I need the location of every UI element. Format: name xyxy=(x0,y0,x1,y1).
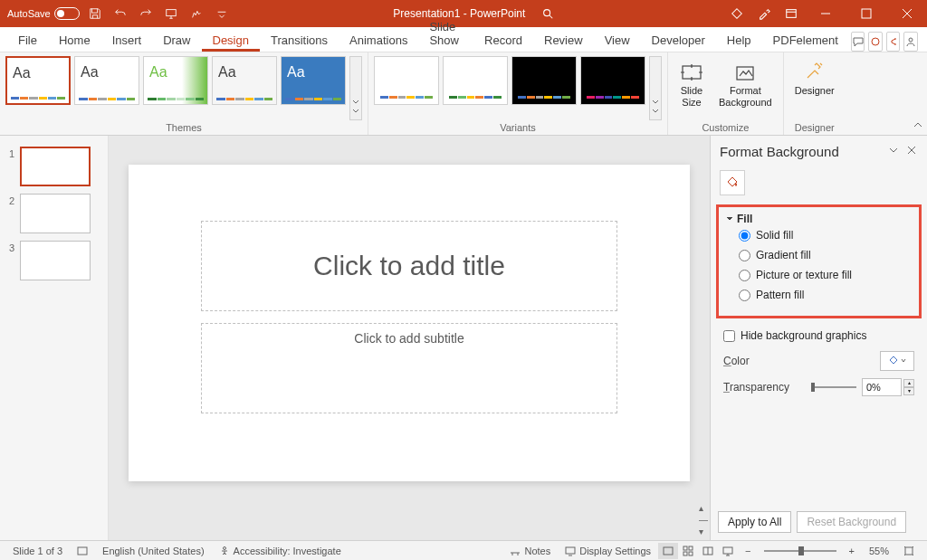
svg-rect-15 xyxy=(689,552,693,555)
ribbon-body: Aa Aa Aa Aa Aa Themes Variants Slide Siz… xyxy=(0,52,927,136)
svg-rect-0 xyxy=(166,10,176,16)
tab-transitions[interactable]: Transitions xyxy=(260,29,339,52)
qat-more-icon[interactable] xyxy=(215,6,229,21)
undo-icon[interactable] xyxy=(113,6,128,21)
radio-pattern-fill[interactable]: Pattern fill xyxy=(726,285,912,305)
tab-file[interactable]: File xyxy=(7,29,48,52)
zoom-in-button[interactable]: + xyxy=(842,546,862,556)
color-picker-button[interactable] xyxy=(880,351,914,371)
variant-thumb-2[interactable] xyxy=(443,56,508,105)
variant-thumb-3[interactable] xyxy=(511,56,577,105)
title-placeholder[interactable]: Click to add title xyxy=(201,221,617,311)
transparency-spinner[interactable]: ▴▾ xyxy=(903,379,914,395)
comments-button[interactable] xyxy=(851,32,865,52)
tab-pdfelement[interactable]: PDFelement xyxy=(762,29,849,52)
display-settings-button[interactable]: Display Settings xyxy=(558,546,658,556)
notes-button[interactable]: Notes xyxy=(502,546,558,556)
tab-record[interactable]: Record xyxy=(473,29,533,52)
spellcheck-icon[interactable] xyxy=(70,546,95,556)
fit-to-window-button[interactable] xyxy=(896,546,922,556)
diamond-icon[interactable] xyxy=(723,0,750,27)
save-icon[interactable] xyxy=(88,6,102,21)
tab-developer[interactable]: Developer xyxy=(641,29,716,52)
apply-to-all-button[interactable]: Apply to All xyxy=(718,511,791,533)
hide-graphics-checkbox[interactable]: Hide background graphics xyxy=(711,324,927,347)
svg-point-1 xyxy=(544,10,550,16)
present-icon[interactable] xyxy=(164,6,178,21)
tab-insert[interactable]: Insert xyxy=(101,29,153,52)
language-status[interactable]: English (United States) xyxy=(95,546,212,556)
zoom-out-button[interactable]: − xyxy=(738,546,758,556)
format-background-button[interactable]: Format Background xyxy=(713,56,778,112)
touch-icon[interactable] xyxy=(189,6,204,21)
svg-point-5 xyxy=(909,38,913,42)
slide-counter[interactable]: Slide 1 of 3 xyxy=(5,546,70,556)
slide-thumbnail-2[interactable] xyxy=(20,194,91,233)
account-button[interactable] xyxy=(903,32,918,52)
zoom-slider[interactable] xyxy=(764,550,836,552)
tab-draw[interactable]: Draw xyxy=(152,29,201,52)
variant-thumb-1[interactable] xyxy=(374,56,439,105)
theme-thumb-4[interactable]: Aa xyxy=(212,56,277,105)
tab-animations[interactable]: Animations xyxy=(339,29,418,52)
theme-thumb-3[interactable]: Aa xyxy=(143,56,208,105)
reset-background-button: Reset Background xyxy=(797,511,906,533)
slide-thumbnails-pane: 1 2 3 xyxy=(0,136,109,540)
themes-more-button[interactable] xyxy=(349,56,362,120)
normal-view-button[interactable] xyxy=(658,543,678,559)
slide-thumbnail-3[interactable] xyxy=(20,241,91,280)
maximize-button[interactable] xyxy=(846,0,886,27)
tab-slideshow[interactable]: Slide Show xyxy=(418,15,473,52)
theme-thumb-5[interactable]: Aa xyxy=(281,56,346,105)
minimize-button[interactable] xyxy=(805,0,846,27)
pane-close-button[interactable] xyxy=(905,143,918,159)
svg-rect-18 xyxy=(905,547,913,555)
fill-section-header[interactable]: Fill xyxy=(726,213,912,225)
sorter-view-button[interactable] xyxy=(678,543,698,559)
tab-home[interactable]: Home xyxy=(48,29,101,52)
reading-view-button[interactable] xyxy=(698,543,718,559)
tab-help[interactable]: Help xyxy=(716,29,762,52)
transparency-input[interactable]: 0% xyxy=(862,378,902,396)
theme-thumb-1[interactable]: Aa xyxy=(5,56,71,105)
customize-group-label: Customize xyxy=(674,120,778,133)
radio-solid-fill[interactable]: Solid fill xyxy=(726,225,912,245)
next-slide-icon[interactable]: ▾ xyxy=(699,527,708,536)
zoom-level[interactable]: 55% xyxy=(862,546,896,556)
variant-thumb-4[interactable] xyxy=(580,56,645,105)
designer-group-label: Designer xyxy=(789,120,840,133)
designer-button[interactable]: Designer xyxy=(789,56,840,100)
tab-view[interactable]: View xyxy=(594,29,641,52)
slide-canvas[interactable]: Click to add title Click to add subtitle xyxy=(129,165,690,481)
theme-thumb-2[interactable]: Aa xyxy=(74,56,139,105)
slideshow-view-button[interactable] xyxy=(718,543,738,559)
fill-tab-icon[interactable] xyxy=(720,170,745,195)
record-button[interactable] xyxy=(868,32,883,52)
slide-size-button[interactable]: Slide Size xyxy=(674,56,710,112)
radio-picture-fill[interactable]: Picture or texture fill xyxy=(726,265,912,285)
svg-rect-13 xyxy=(689,546,693,550)
transparency-slider[interactable] xyxy=(811,386,856,388)
prev-slide-icon[interactable]: ▴ xyxy=(699,503,708,513)
ribbon-display-icon[interactable] xyxy=(778,0,805,27)
svg-rect-3 xyxy=(862,9,871,18)
tab-review[interactable]: Review xyxy=(533,29,594,52)
slide-thumbnail-1[interactable] xyxy=(20,147,91,186)
format-background-pane: Format Background Fill Solid fill Gradie… xyxy=(710,136,927,540)
autosave-switch[interactable] xyxy=(54,7,80,20)
accessibility-status[interactable]: Accessibility: Investigate xyxy=(212,546,349,556)
variants-more-button[interactable] xyxy=(649,56,662,120)
subtitle-placeholder[interactable]: Click to add subtitle xyxy=(201,323,617,413)
thumb-number: 2 xyxy=(5,194,14,206)
collapse-ribbon-button[interactable] xyxy=(913,119,923,133)
slide-editor[interactable]: Click to add title Click to add subtitle… xyxy=(109,136,710,540)
search-icon[interactable] xyxy=(534,0,561,27)
eyedropper-icon[interactable] xyxy=(750,0,778,27)
autosave-toggle[interactable]: AutoSave xyxy=(7,7,80,20)
share-button[interactable] xyxy=(886,32,901,52)
tab-design[interactable]: Design xyxy=(202,29,260,52)
redo-icon[interactable] xyxy=(139,6,153,21)
radio-gradient-fill[interactable]: Gradient fill xyxy=(726,245,912,265)
close-button[interactable] xyxy=(886,0,927,27)
pane-options-button[interactable] xyxy=(887,143,900,159)
